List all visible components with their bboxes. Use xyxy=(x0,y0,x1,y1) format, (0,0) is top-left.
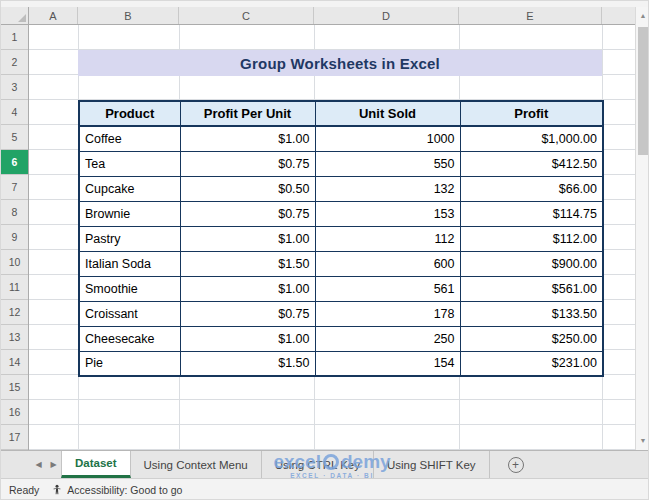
table-cell[interactable]: 550 xyxy=(315,151,460,176)
table-cell[interactable]: 1000 xyxy=(315,126,460,151)
table-cell[interactable]: $112.00 xyxy=(460,226,603,251)
table-cell[interactable]: $0.50 xyxy=(180,176,315,201)
table-row: Coffee $1.00 1000 $1,000.00 xyxy=(79,126,603,151)
table-row: Brownie $0.75 153 $114.75 xyxy=(79,201,603,226)
table-cell[interactable]: 153 xyxy=(315,201,460,226)
table-cell[interactable]: $114.75 xyxy=(460,201,603,226)
table-cell[interactable]: Smoothie xyxy=(79,276,180,301)
row-header-10[interactable]: 10 xyxy=(1,250,28,275)
scroll-down-icon[interactable]: ▼ xyxy=(636,434,649,448)
tab-dataset[interactable]: Dataset xyxy=(61,451,131,478)
status-bar: Ready Accessibility: Good to go xyxy=(1,478,649,500)
row-header-14[interactable]: 14 xyxy=(1,350,28,375)
column-header-c[interactable]: C xyxy=(179,7,314,24)
table-cell[interactable]: Brownie xyxy=(79,201,180,226)
tab-using-context-menu[interactable]: Using Context Menu xyxy=(131,451,262,478)
row-header-7[interactable]: 7 xyxy=(1,175,28,200)
table-cell[interactable]: $66.00 xyxy=(460,176,603,201)
column-header-d[interactable]: D xyxy=(314,7,459,24)
table-cell[interactable]: $561.00 xyxy=(460,276,603,301)
row-header-6[interactable]: 6 xyxy=(1,150,28,175)
row-header-13[interactable]: 13 xyxy=(1,325,28,350)
scroll-up-icon[interactable]: ▲ xyxy=(636,9,649,23)
accessibility-status[interactable]: Accessibility: Good to go xyxy=(51,484,182,496)
row-header-2[interactable]: 2 xyxy=(1,50,28,75)
table-cell[interactable]: Pastry xyxy=(79,226,180,251)
row-header-1[interactable]: 1 xyxy=(1,25,28,50)
table-cell[interactable]: 112 xyxy=(315,226,460,251)
accessibility-icon xyxy=(51,484,63,496)
column-header-a[interactable]: A xyxy=(29,7,78,24)
column-header-b[interactable]: B xyxy=(78,7,179,24)
row-headers-column: 1 2 3 4 5 6 7 8 9 10 11 12 13 14 15 16 1… xyxy=(1,25,29,450)
select-all-corner[interactable] xyxy=(1,7,29,24)
column-header-partial[interactable] xyxy=(602,7,635,24)
table-row: Pastry $1.00 112 $112.00 xyxy=(79,226,603,251)
table-cell[interactable]: $1.00 xyxy=(180,326,315,351)
table-cell[interactable]: Tea xyxy=(79,151,180,176)
table-cell[interactable]: $1.50 xyxy=(180,251,315,276)
header-cell-profit[interactable]: Profit xyxy=(460,101,603,126)
table-cell[interactable]: $0.75 xyxy=(180,201,315,226)
row-header-4[interactable]: 4 xyxy=(1,100,28,125)
sheet-tab-bar: ◀ ▶ Dataset Using Context Menu Using CTR… xyxy=(1,450,649,478)
table-row: Pie $1.50 154 $231.00 xyxy=(79,351,603,376)
row-header-5[interactable]: 5 xyxy=(1,125,28,150)
table-cell[interactable]: $1.00 xyxy=(180,226,315,251)
table-cell[interactable]: $1.00 xyxy=(180,126,315,151)
column-header-e[interactable]: E xyxy=(459,7,602,24)
table-cell[interactable]: $133.50 xyxy=(460,301,603,326)
scrollbar-thumb[interactable] xyxy=(638,27,648,155)
table-cell[interactable]: $0.75 xyxy=(180,151,315,176)
row-header-3[interactable]: 3 xyxy=(1,75,28,100)
title-banner[interactable]: Group Worksheets in Excel xyxy=(78,50,602,76)
row-header-9[interactable]: 9 xyxy=(1,225,28,250)
table-cell[interactable]: Coffee xyxy=(79,126,180,151)
select-all-triangle-icon xyxy=(18,14,26,22)
table-cell[interactable]: $1,000.00 xyxy=(460,126,603,151)
table-header-row: Product Profit Per Unit Unit Sold Profit xyxy=(79,101,603,126)
row-header-11[interactable]: 11 xyxy=(1,275,28,300)
table-cell[interactable]: $250.00 xyxy=(460,326,603,351)
table-row: Cupcake $0.50 132 $66.00 xyxy=(79,176,603,201)
tab-using-shift-key[interactable]: Using SHIFT Key xyxy=(374,451,490,478)
table-cell[interactable]: Cheesecake xyxy=(79,326,180,351)
table-cell[interactable]: Italian Soda xyxy=(79,251,180,276)
table-cell[interactable]: 178 xyxy=(315,301,460,326)
header-cell-unit-sold[interactable]: Unit Sold xyxy=(315,101,460,126)
row-header-17[interactable]: 17 xyxy=(1,425,28,450)
table-cell[interactable]: $412.50 xyxy=(460,151,603,176)
table-cell[interactable]: 250 xyxy=(315,326,460,351)
table-row: Smoothie $1.00 561 $561.00 xyxy=(79,276,603,301)
table-cell[interactable]: 600 xyxy=(315,251,460,276)
tab-scroll-right-icon[interactable]: ▶ xyxy=(46,451,61,478)
accessibility-label: Accessibility: Good to go xyxy=(67,484,182,496)
table-cell[interactable]: $1.50 xyxy=(180,351,315,376)
table-row: Italian Soda $1.50 600 $900.00 xyxy=(79,251,603,276)
table-cell[interactable]: $0.75 xyxy=(180,301,315,326)
table-cell[interactable]: 561 xyxy=(315,276,460,301)
table-cell[interactable]: $231.00 xyxy=(460,351,603,376)
table-cell[interactable]: Croissant xyxy=(79,301,180,326)
table-cell[interactable]: $1.00 xyxy=(180,276,315,301)
table-cell[interactable]: 154 xyxy=(315,351,460,376)
row-header-16[interactable]: 16 xyxy=(1,400,28,425)
plus-icon: + xyxy=(508,457,524,473)
add-sheet-button[interactable]: + xyxy=(508,451,524,478)
vertical-scrollbar[interactable]: ▲ ▼ xyxy=(635,7,649,450)
row-header-15[interactable]: 15 xyxy=(1,375,28,400)
tab-using-ctrl-key[interactable]: Using CTRL Key xyxy=(262,451,374,478)
tab-scroll-left-icon[interactable]: ◀ xyxy=(31,451,46,478)
header-cell-profit-per-unit[interactable]: Profit Per Unit xyxy=(180,101,315,126)
data-table: Product Profit Per Unit Unit Sold Profit… xyxy=(78,100,604,377)
row-header-8[interactable]: 8 xyxy=(1,200,28,225)
table-cell[interactable]: $900.00 xyxy=(460,251,603,276)
table-cell[interactable]: Cupcake xyxy=(79,176,180,201)
header-cell-product[interactable]: Product xyxy=(79,101,180,126)
table-cell[interactable]: Pie xyxy=(79,351,180,376)
table-row: Tea $0.75 550 $412.50 xyxy=(79,151,603,176)
table-cell[interactable]: 132 xyxy=(315,176,460,201)
column-headers-row: A B C D E xyxy=(1,7,635,25)
row-header-12[interactable]: 12 xyxy=(1,300,28,325)
table-row: Croissant $0.75 178 $133.50 xyxy=(79,301,603,326)
